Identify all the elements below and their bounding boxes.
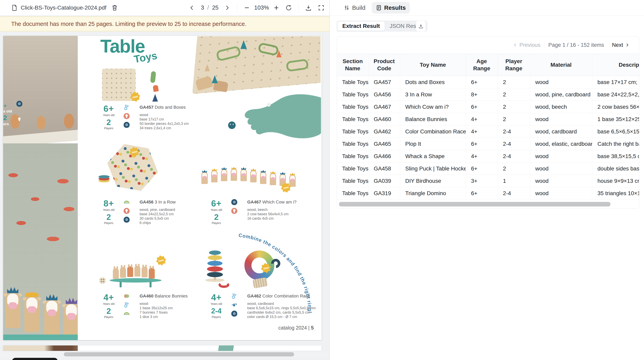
players-value: 2 [206,213,227,221]
download-result-button[interactable] [416,20,426,32]
cell-product-code: GA458 [368,163,400,175]
age-players: 8+ Years old 2 Players [98,199,119,225]
cell-age-range: 6+ [466,138,498,150]
pdf-toolbar: Click-BS-Toys-Catalogue-2024.pdf 3 / 25 … [0,0,330,15]
cell-section-name: Table Toys [337,175,368,187]
pdf-filename: Click-BS-Toys-Catalogue-2024.pdf [21,4,106,11]
product-detail-line: cardholder 6x6x2 cm, cards 5,5x5,5 cm [247,310,316,315]
product-details: wood, cardboardbase 6,5x6,5x15 cm, rings… [247,302,316,319]
brain-gears-icon: ⚙ [124,217,130,223]
cell-product-code: GA466 [368,150,400,163]
table-header-cell: Section Name [337,54,368,76]
product-name: 3 In a Row [155,199,176,204]
table-row[interactable]: Table Toys GA462 Color Combination Race … [337,125,639,138]
previous-page-button[interactable] [188,3,196,12]
result-view-switch: Extract Result JSON Result [336,20,428,32]
age-players: 4+ Years old 2 Players [98,293,119,319]
cell-toy-name: Triangle Domino [400,187,466,199]
scrollbar-thumb[interactable] [64,352,294,357]
players-value: 2 [98,213,119,221]
table-header-row: Section NameProduct CodeToy NameAge Rang… [337,54,639,76]
eye-icon [231,302,237,308]
cell-section-name: Table Toys [337,187,368,199]
product-detail-line: 1 base 35x12x25 cm [140,306,188,310]
page-total: 25 [212,4,218,11]
fragment-age-plus: + [4,103,6,109]
fullscreen-button[interactable] [316,3,326,12]
download-pdf-button[interactable] [304,3,313,12]
scrollbar-thumb[interactable] [339,202,610,206]
table-row[interactable]: Table Toys GA457 Dots and Boxes 6+ 2 woo… [337,76,639,88]
extract-result-tab[interactable]: Extract Result [337,21,385,31]
next-page-button[interactable]: Next [612,42,630,48]
table-row[interactable]: Table Toys GA466 Whack a Shape 4+ 2-4 wo… [337,150,639,163]
tab-build[interactable]: Build [340,2,370,13]
rainbow-icon [124,311,130,317]
cell-material: wood, pine, cardboard [530,88,592,101]
table-row[interactable]: Table Toys GA319 Triangle Domino 6+ 2-4 … [337,187,639,199]
product-detail-line: wood [140,113,188,117]
sliders-icon [344,5,350,11]
cell-material: wood [530,163,592,175]
cell-product-code: GA039 [368,175,400,187]
cell-product-code: GA319 [368,187,400,199]
table-horizontal-scrollbar[interactable] [337,200,639,208]
product-detail-line: base 6,5x6,5x15 cm, rings 5,5x5,5x0,5 mm [247,306,316,310]
table-row[interactable]: Table Toys GA458 Sling Puck | Table Hock… [337,163,639,175]
cell-product-code: GA462 [368,125,400,138]
pagination-status: Page 1 / 16 - 152 items [548,42,604,48]
cell-description: base 38,5×15,5 cm, [592,150,639,163]
cell-player-range: 2 [498,76,530,88]
photo-shelf [3,335,78,340]
previous-page-button[interactable]: Previous [513,42,540,48]
tab-build-label: Build [352,4,366,11]
cell-age-range: 4+ [466,150,498,163]
cell-age-range: 4+ [466,125,498,138]
results-panel: Build Results Extract Result JSON Result… [330,0,644,360]
zoom-out-button[interactable] [242,3,252,12]
cell-material: wood [530,150,592,163]
rainbow-icon [124,199,130,205]
next-page-button[interactable] [222,3,232,12]
table-header-cell: Age Range [466,54,498,76]
age-value: 6+ [98,104,119,113]
table-row[interactable]: Table Toys GA465 Plop It 6+ 2-4 wood, el… [337,138,639,150]
delete-file-button[interactable] [110,3,119,12]
cell-section-name: Table Toys [337,76,368,88]
pdf-horizontal-scrollbar[interactable] [0,351,330,358]
players-value: 2 [98,118,119,126]
tab-results[interactable]: Results [372,2,410,13]
cell-section-name: Table Toys [337,88,368,101]
age-label: Years old [206,208,227,211]
cell-section-name: Table Toys [337,101,368,113]
table-row[interactable]: Table Toys GA460 Balance Bunnies 4+ 2 wo… [337,113,639,125]
cell-material: wood, elastic, cardboard [530,138,592,150]
age-value: 4+ [98,293,119,302]
pdf-next-page[interactable] [3,346,322,351]
product-detail-line: wood [140,302,188,306]
extract-results-table: Section NameProduct CodeToy NameAge Rang… [337,54,639,199]
product-name: Color Combination Race [262,294,310,299]
rotate-button[interactable] [284,3,293,12]
product-name: Balance Bunnies [155,294,188,299]
players-label: Players [206,315,227,319]
cell-toy-name: Whack a Shape [400,150,466,163]
pdf-page[interactable]: + s old 2 ers ⚙ Table Toys [3,36,322,340]
zoom-in-button[interactable] [272,3,281,12]
cell-product-code: GA460 [368,113,400,125]
table-row[interactable]: Table Toys GA039 DIY Birdhouse 3+ 1 wood… [337,175,639,187]
table-row[interactable]: Table Toys GA456 3 In a Row 8+ 2 wood, p… [337,88,639,101]
cell-player-range: 2-4 [498,125,530,138]
product-detail-line: color cards Ø 15,5 cm - Ø 7 cm [247,315,316,319]
players-label: Players [98,127,119,130]
table-row[interactable]: Table Toys GA467 Which Cow am i? 6+ 2 wo… [337,101,639,113]
page-current: 3 [201,4,204,11]
cell-age-range: 6+ [466,101,498,113]
product-detail-line: 6 chips [140,221,176,225]
cell-player-range: 2 [498,88,530,101]
cell-player-range: 1 [498,175,530,187]
tab-results-label: Results [384,4,406,11]
age-label: Years old [206,302,227,305]
cell-material: wood [530,187,592,199]
catalog-page-number: 5 [311,325,314,331]
